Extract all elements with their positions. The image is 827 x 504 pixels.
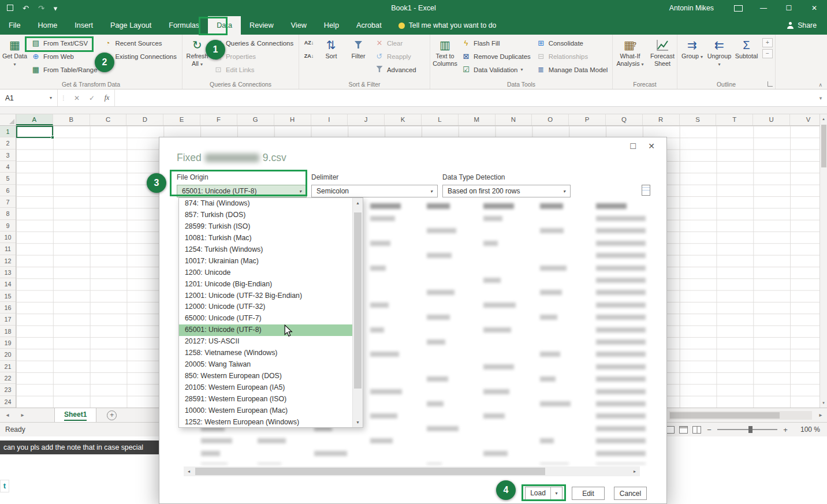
manage-data-model-button[interactable]: ≣ Manage Data Model	[534, 63, 611, 76]
relationships-button[interactable]: ⊟ Relationships	[534, 50, 611, 63]
tab-review[interactable]: Review	[241, 16, 282, 35]
row-header-4[interactable]: 4	[0, 161, 16, 173]
ribbon-display-options-icon[interactable]	[725, 0, 751, 16]
tab-file[interactable]: File	[0, 16, 29, 35]
dropdown-scrollbar-thumb[interactable]	[354, 212, 362, 389]
column-header-O[interactable]: O	[532, 114, 569, 125]
row-header-23[interactable]: 23	[0, 384, 16, 395]
tab-acrobat[interactable]: Acrobat	[348, 16, 390, 35]
refresh-all-button[interactable]: ↻ Refresh All ▾	[184, 36, 211, 77]
close-button[interactable]: ✕	[802, 0, 827, 16]
encoding-option[interactable]: 10081: Turkish (Mac)	[179, 233, 352, 244]
row-header-21[interactable]: 21	[0, 361, 16, 372]
column-header-Q[interactable]: Q	[606, 114, 643, 125]
data-validation-dropdown-icon[interactable]: ▾	[520, 67, 523, 72]
outline-dialog-launcher-icon[interactable]	[768, 81, 773, 87]
consolidate-button[interactable]: ⊞ Consolidate	[534, 36, 611, 50]
row-header-18[interactable]: 18	[0, 326, 16, 337]
encoding-option[interactable]: 1254: Turkish (Windows)	[179, 244, 352, 256]
scroll-down-icon[interactable]: ▾	[353, 417, 363, 427]
sheet-nav-left-icon[interactable]: ◂	[0, 408, 15, 422]
hide-detail-button[interactable]: −	[762, 49, 773, 58]
name-box[interactable]: A1 ▾	[0, 89, 58, 106]
column-header-B[interactable]: B	[53, 114, 90, 125]
sort-descending-button[interactable]: ZA↓	[300, 50, 318, 63]
fill-handle[interactable]	[51, 136, 54, 139]
refresh-preview-icon[interactable]	[642, 185, 650, 196]
tell-me-box[interactable]: Tell me what you want to do	[398, 16, 497, 35]
page-layout-view-icon[interactable]	[679, 426, 688, 434]
enter-entry-icon[interactable]: ✓	[84, 94, 99, 102]
dropdown-scrollbar[interactable]: ▴ ▾	[352, 198, 363, 427]
flash-fill-button[interactable]: ϟ Flash Fill	[459, 36, 534, 50]
row-header-14[interactable]: 14	[0, 278, 16, 290]
row-header-9[interactable]: 9	[0, 220, 16, 232]
horizontal-scrollbar-thumb[interactable]	[670, 412, 780, 419]
row-header-15[interactable]: 15	[0, 290, 16, 302]
encoding-option[interactable]: 850: Western European (DOS)	[179, 371, 352, 382]
sort-ascending-button[interactable]: AZ↓	[300, 36, 318, 50]
undo-icon[interactable]: ↶	[23, 4, 29, 13]
filter-button[interactable]: Filter	[345, 36, 372, 77]
name-box-dropdown-icon[interactable]: ▾	[50, 95, 52, 100]
encoding-option[interactable]: 20005: Wang Taiwan	[179, 359, 352, 371]
ungroup-button[interactable]: ⇇ Ungroup ▾	[706, 36, 733, 77]
tab-page-layout[interactable]: Page Layout	[102, 16, 160, 35]
zoom-slider[interactable]	[717, 429, 777, 430]
row-header-6[interactable]: 6	[0, 185, 16, 196]
zoom-out-icon[interactable]: −	[706, 425, 713, 434]
row-header-10[interactable]: 10	[0, 232, 16, 243]
data-validation-button[interactable]: ☑ Data Validation ▾	[459, 63, 534, 76]
cancel-entry-icon[interactable]: ✕	[69, 94, 84, 102]
encoding-option[interactable]: 10000: Western European (Mac)	[179, 405, 352, 417]
recent-sources-button[interactable]: ◔ Recent Sources	[100, 36, 180, 50]
column-header-C[interactable]: C	[90, 114, 127, 125]
share-button[interactable]: Share	[777, 16, 827, 35]
dialog-horizontal-scrollbar[interactable]: ◂ ▸	[184, 466, 640, 476]
tab-home[interactable]: Home	[29, 16, 66, 35]
encoding-option[interactable]: 28591: Western European (ISO)	[179, 394, 352, 405]
save-icon[interactable]	[7, 4, 13, 13]
row-header-24[interactable]: 24	[0, 396, 16, 408]
add-sheet-button[interactable]: +	[107, 410, 117, 420]
redo-icon[interactable]: ↷	[38, 4, 44, 13]
column-header-K[interactable]: K	[385, 114, 422, 125]
row-header-22[interactable]: 22	[0, 372, 16, 384]
zoom-in-icon[interactable]: +	[782, 425, 789, 434]
encoding-option[interactable]: 12001: Unicode (UTF-32 Big-Endian)	[179, 290, 352, 302]
collapse-ribbon-icon[interactable]: ∧	[818, 82, 822, 88]
column-header-G[interactable]: G	[237, 114, 274, 125]
encoding-option[interactable]: 12000: Unicode (UTF-32)	[179, 301, 352, 313]
column-header-F[interactable]: F	[200, 114, 237, 125]
encoding-option[interactable]: 1200: Unicode	[179, 267, 352, 279]
tab-insert[interactable]: Insert	[66, 16, 102, 35]
insert-function-icon[interactable]: fx	[99, 94, 114, 102]
sheet-horizontal-scrollbar[interactable]	[669, 411, 812, 420]
row-header-17[interactable]: 17	[0, 313, 16, 325]
show-detail-button[interactable]: +	[762, 38, 773, 47]
column-header-D[interactable]: D	[126, 114, 163, 125]
expand-formula-bar-icon[interactable]: ▾	[814, 95, 827, 101]
tab-help[interactable]: Help	[315, 16, 348, 35]
column-header-T[interactable]: T	[716, 114, 753, 125]
tab-view[interactable]: View	[282, 16, 315, 35]
sheet-tab-sheet1[interactable]: Sheet1	[54, 408, 96, 422]
cancel-button[interactable]: Cancel	[614, 487, 647, 500]
dialog-maximize-icon[interactable]: ☐	[627, 142, 639, 151]
scroll-up-icon[interactable]: ▴	[353, 198, 363, 208]
advanced-filter-button[interactable]: Advanced	[372, 63, 419, 76]
zoom-slider-handle[interactable]	[748, 426, 753, 433]
edit-links-button[interactable]: ⊡ Edit Links	[211, 63, 296, 76]
column-header-H[interactable]: H	[274, 114, 311, 125]
delimiter-select[interactable]: Semicolon ▾	[311, 185, 438, 197]
sort-button[interactable]: ⇅ Sort	[318, 36, 345, 77]
column-header-R[interactable]: R	[643, 114, 680, 125]
from-table-range-button[interactable]: ▦ From Table/Range	[28, 63, 100, 76]
scroll-down-icon[interactable]: ▾	[820, 398, 827, 408]
normal-view-icon[interactable]	[666, 426, 675, 434]
encoding-option[interactable]: 1258: Vietnamese (Windows)	[179, 348, 352, 359]
group-button[interactable]: ⇉ Group ▾	[679, 36, 706, 77]
forecast-sheet-button[interactable]: Forecast Sheet	[646, 36, 679, 77]
column-header-J[interactable]: J	[348, 114, 385, 125]
column-header-U[interactable]: U	[753, 114, 790, 125]
